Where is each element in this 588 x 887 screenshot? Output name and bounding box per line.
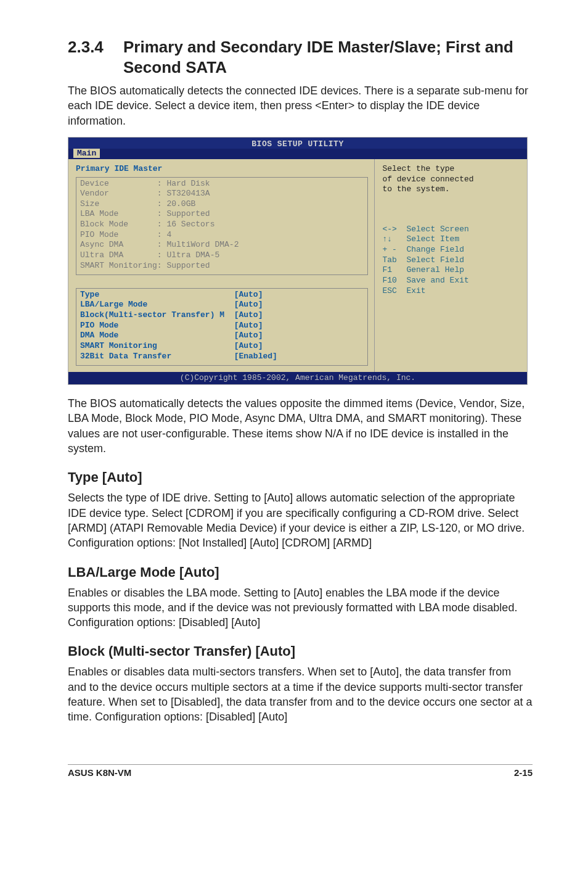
bios-tabs: Main	[68, 149, 527, 159]
bios-nav-row: Tab Select Field	[382, 255, 464, 265]
bios-device-row: LBA Mode : Supported	[80, 209, 210, 218]
bios-panel-title: Primary IDE Master	[76, 164, 162, 173]
bios-smart-line: SMART Monitoring: Supported	[80, 261, 210, 270]
bios-nav-row: <-> Select Screen	[382, 225, 468, 234]
bios-config-row: SMART Monitoring [Auto]	[80, 341, 263, 350]
bios-device-row: Size : 20.0GB	[80, 199, 195, 208]
bios-right-panel: Select the type of device connected to t…	[374, 159, 527, 372]
bios-device-row: PIO Mode : 4	[80, 230, 171, 239]
type-paragraph: Selects the type of IDE drive. Setting t…	[68, 490, 533, 550]
bios-device-row: Ultra DMA : Ultra DMA-5	[80, 250, 219, 260]
bios-left-panel: Primary IDE Master Device : Hard Disk Ve…	[68, 159, 374, 372]
bios-title: BIOS SETUP UTILITY	[68, 138, 527, 149]
bios-screenshot: BIOS SETUP UTILITY Main Primary IDE Mast…	[68, 137, 528, 385]
bios-config-row: LBA/Large Mode [Auto]	[80, 300, 263, 309]
bios-config-row: Type [Auto]	[80, 290, 263, 299]
bios-config-row: PIO Mode [Auto]	[80, 321, 263, 330]
footer-left: ASUS K8N-VM	[68, 767, 131, 778]
bios-nav-row: F1 General Help	[382, 265, 464, 274]
bios-device-row: Async DMA : MultiWord DMA-2	[80, 240, 239, 249]
bios-config-group: Type [Auto] LBA/Large Mode [Auto] Block(…	[76, 288, 368, 366]
page-footer: ASUS K8N-VM 2-15	[68, 764, 533, 778]
section-number: 2.3.4	[68, 37, 123, 77]
lba-paragraph: Enables or disables the LBA mode. Settin…	[68, 585, 533, 630]
bios-config-row: 32Bit Data Transfer [Enabled]	[80, 352, 277, 361]
intro-paragraph: The BIOS automatically detects the conne…	[68, 83, 533, 128]
block-paragraph: Enables or disables data multi-sectors t…	[68, 664, 533, 724]
footer-right: 2-15	[514, 767, 533, 778]
bios-device-row: Vendor : ST320413A	[80, 189, 210, 198]
bios-help-text: Select the type of device connected to t…	[382, 164, 473, 194]
bios-nav-row: F10 Save and Exit	[382, 276, 468, 285]
bios-config-row: Block(Multi-sector Transfer) M [Auto]	[80, 310, 263, 320]
lba-heading: LBA/Large Mode [Auto]	[68, 564, 533, 580]
bios-nav-row: ESC Exit	[382, 286, 425, 295]
bios-nav-row: + - Change Field	[382, 245, 464, 254]
bios-tab-main: Main	[73, 149, 100, 158]
bios-config-row: DMA Mode [Auto]	[80, 331, 263, 340]
section-title-text: Primary and Secondary IDE Master/Slave; …	[123, 37, 533, 77]
after-bios-paragraph: The BIOS automatically detects the value…	[68, 396, 533, 456]
bios-footer: (C)Copyright 1985-2002, American Megatre…	[68, 372, 527, 384]
block-heading: Block (Multi-sector Transfer) [Auto]	[68, 643, 533, 659]
bios-device-group: Device : Hard Disk Vendor : ST320413A Si…	[76, 177, 368, 276]
bios-nav-block: <-> Select Screen ↑↓ Select Item + - Cha…	[382, 225, 521, 296]
bios-device-row: Device : Hard Disk	[80, 179, 210, 188]
bios-nav-row: ↑↓ Select Item	[382, 234, 459, 244]
section-heading: 2.3.4 Primary and Secondary IDE Master/S…	[68, 37, 533, 77]
bios-device-row: Block Mode : 16 Sectors	[80, 220, 214, 229]
type-heading: Type [Auto]	[68, 469, 533, 485]
